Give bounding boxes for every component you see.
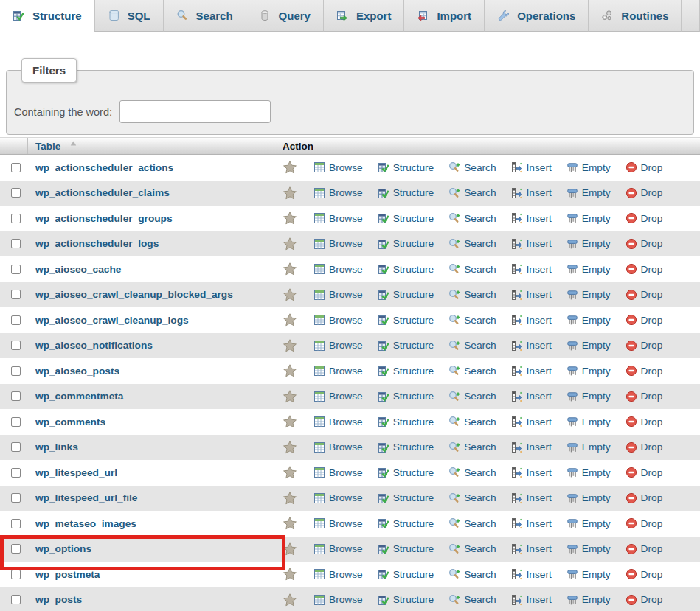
action-browse-link[interactable]: Browse xyxy=(313,161,363,173)
action-structure-link[interactable]: Structure xyxy=(378,467,434,478)
action-browse-link[interactable]: Browse xyxy=(313,289,363,301)
action-insert-link[interactable]: Insert xyxy=(511,543,552,555)
action-insert-link[interactable]: Insert xyxy=(511,517,552,529)
tab-sql[interactable]: SQL xyxy=(94,0,164,32)
action-structure-link[interactable]: Structure xyxy=(378,568,434,580)
table-name-link[interactable]: wp_actionscheduler_claims xyxy=(35,187,170,198)
tab-query[interactable]: Query xyxy=(246,0,324,32)
action-drop-link[interactable]: Drop xyxy=(626,161,663,173)
action-browse-link[interactable]: Browse xyxy=(313,263,363,275)
table-name-link[interactable]: wp_metaseo_images xyxy=(35,518,136,529)
favorite-star-icon[interactable] xyxy=(283,237,297,251)
favorite-star-icon[interactable] xyxy=(283,186,297,200)
action-insert-link[interactable]: Insert xyxy=(511,340,552,352)
favorite-star-icon[interactable] xyxy=(283,211,297,226)
action-search-link[interactable]: Search xyxy=(448,365,496,377)
action-browse-link[interactable]: Browse xyxy=(313,594,363,606)
row-checkbox[interactable] xyxy=(11,417,21,427)
table-name-link[interactable]: wp_aioseo_crawl_cleanup_logs xyxy=(35,315,189,326)
action-empty-link[interactable]: Empty xyxy=(566,365,611,377)
action-empty-link[interactable]: Empty xyxy=(566,238,611,250)
action-browse-link[interactable]: Browse xyxy=(313,416,363,427)
row-checkbox[interactable] xyxy=(11,570,21,579)
table-name-link[interactable]: wp_options xyxy=(35,543,91,554)
action-browse-link[interactable]: Browse xyxy=(313,212,363,224)
row-checkbox[interactable] xyxy=(11,366,21,376)
tab-search[interactable]: Search xyxy=(164,0,246,32)
action-browse-link[interactable]: Browse xyxy=(313,238,363,250)
action-search-link[interactable]: Search xyxy=(448,568,496,580)
action-search-link[interactable]: Search xyxy=(448,543,496,555)
row-checkbox[interactable] xyxy=(11,468,21,478)
table-name-link[interactable]: wp_actionscheduler_actions xyxy=(35,162,173,173)
action-drop-link[interactable]: Drop xyxy=(626,212,663,224)
table-name-link[interactable]: wp_aioseo_crawl_cleanup_blocked_args xyxy=(35,289,233,300)
row-checkbox[interactable] xyxy=(11,341,21,350)
action-browse-link[interactable]: Browse xyxy=(313,517,363,529)
favorite-star-icon[interactable] xyxy=(283,414,297,429)
action-empty-link[interactable]: Empty xyxy=(566,391,611,402)
action-empty-link[interactable]: Empty xyxy=(566,517,611,529)
action-insert-link[interactable]: Insert xyxy=(511,238,552,250)
action-search-link[interactable]: Search xyxy=(448,212,496,224)
action-drop-link[interactable]: Drop xyxy=(626,187,663,199)
action-empty-link[interactable]: Empty xyxy=(566,492,611,504)
action-search-link[interactable]: Search xyxy=(448,161,496,173)
action-drop-link[interactable]: Drop xyxy=(626,263,663,275)
favorite-star-icon[interactable] xyxy=(283,491,297,506)
table-name-link[interactable]: wp_postmeta xyxy=(35,569,100,580)
action-browse-link[interactable]: Browse xyxy=(313,187,363,199)
row-checkbox[interactable] xyxy=(11,265,21,274)
row-checkbox[interactable] xyxy=(11,214,21,223)
action-drop-link[interactable]: Drop xyxy=(626,543,663,555)
table-name-link[interactable]: wp_litespeed_url_file xyxy=(35,492,137,503)
action-insert-link[interactable]: Insert xyxy=(511,289,552,301)
tab-operations[interactable]: Operations xyxy=(485,0,589,32)
row-checkbox[interactable] xyxy=(11,315,21,325)
favorite-star-icon[interactable] xyxy=(283,389,297,404)
action-drop-link[interactable]: Drop xyxy=(626,517,663,529)
table-name-link[interactable]: wp_aioseo_posts xyxy=(35,366,119,377)
action-drop-link[interactable]: Drop xyxy=(626,568,663,580)
favorite-star-icon[interactable] xyxy=(283,262,297,276)
action-empty-link[interactable]: Empty xyxy=(566,289,611,301)
action-structure-link[interactable]: Structure xyxy=(378,517,434,529)
action-browse-link[interactable]: Browse xyxy=(313,568,363,580)
action-browse-link[interactable]: Browse xyxy=(313,492,363,504)
row-checkbox[interactable] xyxy=(11,493,21,503)
action-drop-link[interactable]: Drop xyxy=(626,594,663,606)
action-empty-link[interactable]: Empty xyxy=(566,161,611,173)
row-checkbox[interactable] xyxy=(11,595,21,604)
action-search-link[interactable]: Search xyxy=(448,263,496,275)
action-insert-link[interactable]: Insert xyxy=(511,161,552,173)
action-insert-link[interactable]: Insert xyxy=(511,314,552,326)
action-insert-link[interactable]: Insert xyxy=(511,594,552,606)
action-drop-link[interactable]: Drop xyxy=(626,365,663,377)
favorite-star-icon[interactable] xyxy=(283,287,297,302)
action-insert-link[interactable]: Insert xyxy=(511,212,552,224)
action-insert-link[interactable]: Insert xyxy=(511,441,552,453)
action-structure-link[interactable]: Structure xyxy=(378,314,434,326)
action-insert-link[interactable]: Insert xyxy=(511,391,552,402)
tab-import[interactable]: Import xyxy=(404,0,485,32)
action-search-link[interactable]: Search xyxy=(448,517,496,529)
favorite-star-icon[interactable] xyxy=(283,516,297,531)
action-empty-link[interactable]: Empty xyxy=(566,568,611,580)
action-browse-link[interactable]: Browse xyxy=(313,391,363,402)
table-name-link[interactable]: wp_posts xyxy=(35,594,82,605)
action-insert-link[interactable]: Insert xyxy=(511,416,552,427)
action-drop-link[interactable]: Drop xyxy=(626,467,663,478)
action-insert-link[interactable]: Insert xyxy=(511,263,552,275)
tab-routines[interactable]: Routines xyxy=(589,0,682,32)
action-structure-link[interactable]: Structure xyxy=(378,365,434,377)
tab-structure[interactable]: Structure xyxy=(0,0,94,32)
action-search-link[interactable]: Search xyxy=(448,238,496,250)
action-structure-link[interactable]: Structure xyxy=(378,391,434,402)
favorite-star-icon[interactable] xyxy=(283,338,297,353)
action-drop-link[interactable]: Drop xyxy=(626,391,663,402)
favorite-star-icon[interactable] xyxy=(283,313,297,327)
favorite-star-icon[interactable] xyxy=(283,593,297,607)
action-structure-link[interactable]: Structure xyxy=(378,416,434,427)
action-browse-link[interactable]: Browse xyxy=(313,441,363,453)
action-drop-link[interactable]: Drop xyxy=(626,314,663,326)
